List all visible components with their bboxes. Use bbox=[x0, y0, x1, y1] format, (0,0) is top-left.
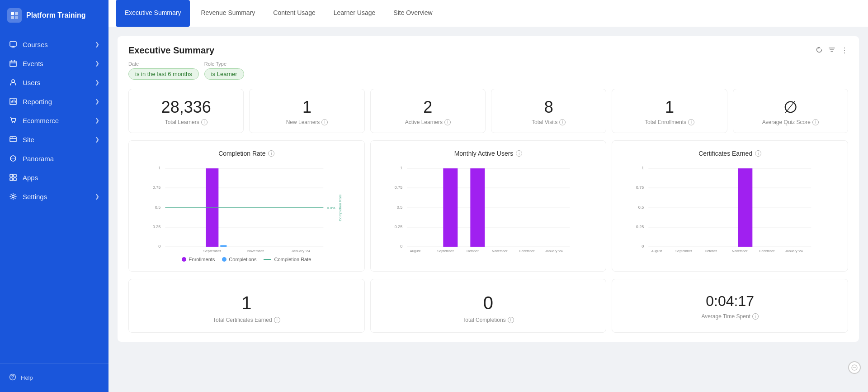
svg-point-8 bbox=[12, 122, 13, 123]
legend-completions: Completions bbox=[222, 257, 256, 262]
disable-icon[interactable] bbox=[848, 361, 861, 374]
svg-rect-1 bbox=[15, 12, 18, 15]
certificates-earned-info[interactable]: i bbox=[755, 150, 761, 157]
events-icon bbox=[9, 59, 17, 67]
monthly-active-users-info[interactable]: i bbox=[516, 150, 522, 157]
date-filter-badge[interactable]: is in the last 6 months bbox=[128, 68, 199, 80]
avg-time-spent-info[interactable]: i bbox=[752, 313, 759, 320]
certificates-earned-chart: Certificates Earned i 1 0.75 0.5 0.25 0 bbox=[612, 140, 848, 272]
svg-text:October: October bbox=[705, 249, 717, 253]
ecommerce-chevron: ❯ bbox=[95, 117, 99, 124]
role-filter-label: Role Type bbox=[204, 61, 244, 67]
svg-text:0.25: 0.25 bbox=[636, 225, 644, 229]
date-filter-group: Date is in the last 6 months bbox=[128, 61, 199, 80]
stat-total-completions: 0 Total Completions i bbox=[370, 279, 607, 333]
total-completions-info[interactable]: i bbox=[508, 317, 514, 323]
sidebar-item-site[interactable]: Site ❯ bbox=[0, 130, 108, 149]
svg-point-18 bbox=[12, 196, 14, 198]
svg-rect-49 bbox=[443, 168, 458, 247]
svg-text:0.75: 0.75 bbox=[153, 185, 161, 190]
stat-new-learners: 1 New Learners i bbox=[249, 89, 364, 133]
completion-rate-line-legend bbox=[264, 259, 271, 260]
help-label: Help bbox=[21, 374, 33, 381]
stat-total-visits: 8 Total Visits i bbox=[491, 89, 606, 133]
exec-actions: ⋮ bbox=[816, 46, 848, 55]
active-learners-info[interactable]: i bbox=[444, 119, 451, 125]
total-visits-info[interactable]: i bbox=[559, 119, 566, 125]
ecommerce-label: Ecommerce bbox=[23, 117, 59, 124]
completion-rate-info[interactable]: i bbox=[268, 150, 274, 157]
total-enrollments-info[interactable]: i bbox=[688, 119, 694, 125]
app-logo[interactable]: Platform Training bbox=[0, 0, 108, 31]
sidebar-item-ecommerce[interactable]: Ecommerce ❯ bbox=[0, 111, 108, 130]
logo-icon bbox=[7, 8, 22, 23]
certificates-earned-svg: 1 0.75 0.5 0.25 0 bbox=[619, 163, 840, 253]
monthly-active-users-title: Monthly Active Users i bbox=[378, 150, 599, 157]
courses-chevron: ❯ bbox=[95, 41, 99, 48]
svg-text:0.5: 0.5 bbox=[638, 205, 644, 210]
completion-rate-area: 1 0.75 0.5 0.25 0 bbox=[136, 163, 357, 253]
completion-rate-chart: Completion Rate i 1 0.75 0.5 0.25 0 bbox=[128, 140, 365, 272]
avg-time-spent-value: 0:04:17 bbox=[619, 293, 840, 310]
exec-card-header: Executive Summary bbox=[128, 45, 848, 56]
tab-site-overview[interactable]: Site Overview bbox=[384, 0, 441, 27]
sidebar-item-reporting[interactable]: Reporting ❯ bbox=[0, 92, 108, 111]
site-chevron: ❯ bbox=[95, 136, 99, 143]
svg-text:December: December bbox=[519, 249, 535, 253]
stat-total-certificates: 1 Total Certificates Earned i bbox=[128, 279, 365, 333]
svg-point-11 bbox=[11, 137, 12, 138]
total-visits-label: Total Visits i bbox=[499, 119, 599, 125]
total-learners-info[interactable]: i bbox=[201, 119, 208, 125]
bottom-stats: 1 Total Certificates Earned i 0 Total Co… bbox=[128, 279, 848, 333]
total-certificates-info[interactable]: i bbox=[274, 317, 280, 323]
sidebar-item-panorama[interactable]: Panorama bbox=[0, 149, 108, 168]
tab-content-usage[interactable]: Content Usage bbox=[264, 0, 324, 27]
total-completions-label: Total Completions i bbox=[378, 317, 599, 323]
sidebar-item-users[interactable]: Users ❯ bbox=[0, 73, 108, 92]
total-enrollments-value: 1 bbox=[619, 98, 719, 116]
svg-text:August: August bbox=[651, 249, 662, 253]
sidebar-bottom: Help bbox=[0, 363, 108, 392]
tab-learner-usage[interactable]: Learner Usage bbox=[325, 0, 385, 27]
stat-total-learners: 28,336 Total Learners i bbox=[128, 89, 244, 133]
help-icon bbox=[9, 373, 16, 382]
completion-rate-title: Completion Rate i bbox=[136, 150, 357, 157]
sidebar-item-events[interactable]: Events ❯ bbox=[0, 54, 108, 73]
svg-text:November: November bbox=[732, 249, 748, 253]
sidebar: Platform Training Courses ❯ bbox=[0, 0, 108, 392]
more-icon[interactable]: ⋮ bbox=[841, 46, 848, 55]
courses-icon bbox=[9, 40, 17, 48]
tab-revenue-summary[interactable]: Revenue Summary bbox=[192, 0, 264, 27]
site-icon bbox=[9, 135, 17, 143]
executive-summary-card: Executive Summary bbox=[118, 36, 859, 342]
stats-row: 28,336 Total Learners i 1 New Learners i… bbox=[128, 89, 848, 133]
sidebar-item-courses[interactable]: Courses ❯ bbox=[0, 35, 108, 54]
svg-point-20 bbox=[12, 378, 13, 379]
svg-text:1: 1 bbox=[158, 166, 160, 170]
apps-icon bbox=[9, 173, 17, 182]
svg-rect-50 bbox=[470, 168, 485, 247]
help-item[interactable]: Help bbox=[0, 369, 108, 387]
sidebar-item-settings[interactable]: Settings ❯ bbox=[0, 187, 108, 206]
reporting-chevron: ❯ bbox=[95, 98, 99, 105]
app-name: Platform Training bbox=[26, 11, 86, 19]
stat-total-enrollments: 1 Total Enrollments i bbox=[612, 89, 727, 133]
refresh-icon[interactable] bbox=[816, 46, 823, 55]
avg-quiz-score-label: Average Quiz Score i bbox=[741, 119, 840, 125]
role-filter-badge[interactable]: is Learner bbox=[204, 68, 244, 80]
svg-rect-0 bbox=[11, 12, 14, 15]
panorama-label: Panorama bbox=[23, 155, 54, 163]
tab-executive-summary[interactable]: Executive Summary bbox=[116, 0, 190, 27]
completion-rate-svg: 1 0.75 0.5 0.25 0 bbox=[136, 163, 357, 253]
reporting-label: Reporting bbox=[23, 98, 52, 105]
stat-avg-time-spent: 0:04:17 Average Time Spent i bbox=[612, 279, 848, 333]
total-certificates-value: 1 bbox=[136, 293, 357, 313]
svg-text:December: December bbox=[759, 249, 775, 253]
courses-label: Courses bbox=[23, 41, 48, 48]
avg-quiz-score-info[interactable]: i bbox=[812, 119, 819, 125]
total-learners-label: Total Learners i bbox=[136, 119, 236, 125]
filter-icon[interactable] bbox=[828, 46, 835, 55]
sidebar-item-apps[interactable]: Apps bbox=[0, 168, 108, 187]
svg-text:1: 1 bbox=[400, 166, 402, 170]
new-learners-info[interactable]: i bbox=[321, 119, 328, 125]
